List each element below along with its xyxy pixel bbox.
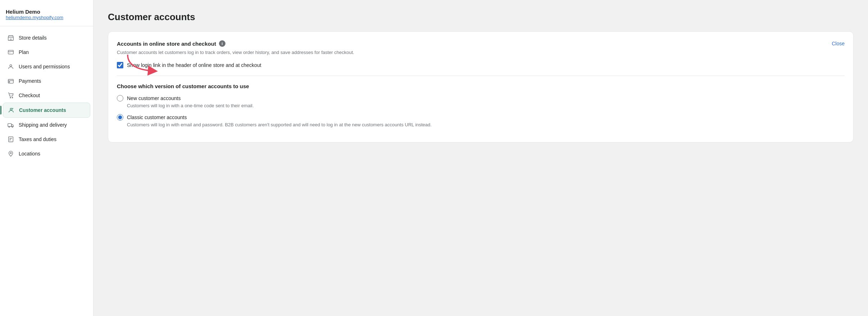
- sidebar-item-label: Locations: [19, 151, 40, 157]
- store-name: Helium Demo: [6, 9, 87, 15]
- svg-point-10: [12, 97, 13, 98]
- svg-point-12: [12, 108, 14, 109]
- close-button[interactable]: Close: [832, 41, 845, 46]
- sidebar-item-locations[interactable]: Locations: [3, 146, 90, 161]
- sidebar-item-customer-accounts[interactable]: Customer accounts: [3, 103, 90, 118]
- section-header: Accounts in online store and checkout i …: [117, 40, 845, 47]
- version-section: Choose which version of customer account…: [117, 83, 845, 128]
- radio-label-new: New customer accounts: [127, 95, 181, 101]
- accounts-section: Accounts in online store and checkout i …: [117, 40, 845, 68]
- svg-point-20: [10, 152, 12, 154]
- sidebar-nav: Store details Plan Users and permissions…: [0, 29, 93, 162]
- customer-accounts-card: Accounts in online store and checkout i …: [108, 31, 854, 143]
- sidebar-item-taxes-duties[interactable]: Taxes and duties: [3, 132, 90, 146]
- info-icon[interactable]: i: [219, 40, 225, 47]
- sidebar-item-plan[interactable]: Plan: [3, 45, 90, 59]
- sidebar-item-label: Taxes and duties: [19, 136, 56, 142]
- store-url[interactable]: heliumdemo.myshopify.com: [6, 15, 87, 20]
- sidebar: Helium Demo heliumdemo.myshopify.com Sto…: [0, 0, 93, 316]
- radio-row-new: New customer accounts: [117, 95, 845, 101]
- location-icon: [7, 150, 14, 157]
- annotation-container: Show login link in the header of online …: [117, 62, 845, 68]
- sidebar-item-checkout[interactable]: Checkout: [3, 88, 90, 103]
- plan-icon: [7, 49, 14, 56]
- radio-classic-accounts[interactable]: [117, 114, 123, 121]
- sidebar-item-label: Store details: [19, 35, 47, 41]
- section-title-group: Accounts in online store and checkout i: [117, 40, 225, 47]
- svg-point-14: [9, 126, 10, 127]
- checkout-icon: [7, 92, 14, 99]
- svg-rect-2: [8, 50, 13, 54]
- checkbox-row: Show login link in the header of online …: [117, 62, 845, 68]
- sidebar-item-label: Plan: [19, 49, 29, 55]
- taxes-icon: [7, 136, 14, 143]
- sidebar-item-payments[interactable]: Payments: [3, 74, 90, 88]
- show-login-link-checkbox[interactable]: [117, 62, 123, 68]
- sidebar-item-label: Checkout: [19, 92, 40, 98]
- radio-option-new: New customer accounts Customers will log…: [117, 95, 845, 109]
- section-description: Customer accounts let customers log in t…: [117, 49, 845, 56]
- radio-row-classic: Classic customer accounts: [117, 114, 845, 121]
- user-icon: [7, 63, 14, 70]
- radio-desc-classic: Customers will log in with email and pas…: [127, 121, 845, 128]
- main-content: Customer accounts Accounts in online sto…: [93, 0, 868, 316]
- payments-icon: [7, 77, 14, 85]
- section-divider: [117, 76, 845, 76]
- svg-point-9: [10, 97, 11, 98]
- sidebar-item-label: Shipping and delivery: [19, 122, 67, 128]
- customer-icon: [8, 107, 15, 114]
- sidebar-item-store-details[interactable]: Store details: [3, 31, 90, 45]
- sidebar-item-label: Payments: [19, 78, 41, 84]
- sidebar-header: Helium Demo heliumdemo.myshopify.com: [0, 6, 93, 26]
- radio-label-classic: Classic customer accounts: [127, 114, 187, 120]
- svg-rect-6: [8, 80, 13, 83]
- svg-point-11: [10, 108, 12, 110]
- sidebar-item-shipping-delivery[interactable]: Shipping and delivery: [3, 118, 90, 132]
- svg-point-15: [12, 126, 13, 127]
- shipping-icon: [7, 121, 14, 128]
- store-icon: [7, 34, 14, 41]
- section-title: Accounts in online store and checkout: [117, 41, 216, 47]
- radio-new-accounts[interactable]: [117, 95, 123, 101]
- svg-rect-13: [8, 123, 12, 126]
- sidebar-item-label: Users and permissions: [19, 64, 70, 69]
- svg-rect-8: [9, 82, 10, 82]
- radio-option-classic: Classic customer accounts Customers will…: [117, 114, 845, 128]
- radio-section-title: Choose which version of customer account…: [117, 83, 845, 89]
- page-title: Customer accounts: [108, 12, 854, 23]
- sidebar-item-users-permissions[interactable]: Users and permissions: [3, 59, 90, 74]
- svg-rect-1: [10, 39, 12, 40]
- sidebar-item-label: Customer accounts: [19, 107, 66, 113]
- svg-point-5: [10, 65, 12, 67]
- checkbox-label: Show login link in the header of online …: [127, 62, 261, 68]
- radio-desc-new: Customers will log in with a one-time co…: [127, 102, 845, 109]
